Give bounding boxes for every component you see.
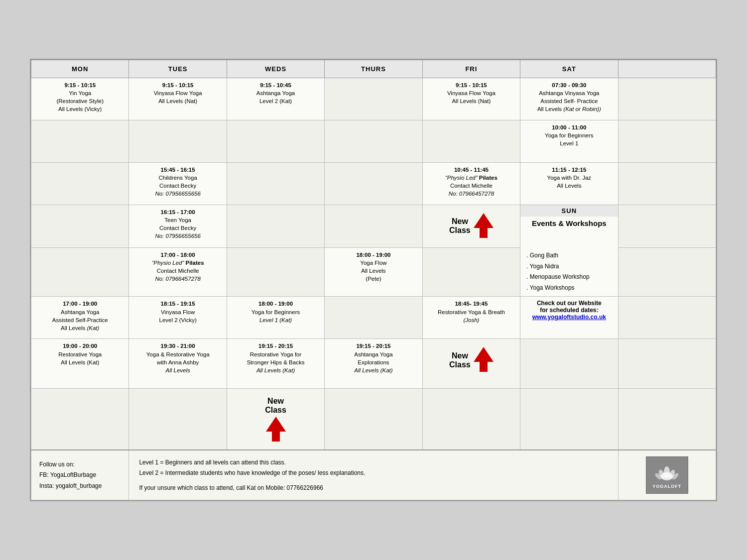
weds-cell-6: 18:00 - 19:00 Yoga for Beginners Level 1… bbox=[227, 297, 324, 339]
tues-cell-4: 16:15 - 17:00 Teen Yoga Contact Becky No… bbox=[129, 205, 227, 247]
fri-cell-8 bbox=[422, 389, 520, 450]
weds-cell-5 bbox=[227, 247, 324, 297]
weds-cell-2 bbox=[227, 120, 324, 162]
mon-cell-6: 17:00 - 19:00 Ashtanga Yoga Assisted Sel… bbox=[31, 297, 129, 339]
sun-cell-5 bbox=[618, 247, 716, 297]
table-row: 15:45 - 16:15 Childrens Yoga Contact Bec… bbox=[31, 162, 716, 205]
weds-new-class-cell: New Class bbox=[227, 389, 324, 450]
mon-cell-7: 19:00 - 20:00 Restorative Yoga All Level… bbox=[31, 339, 129, 389]
sun-cell-3 bbox=[618, 162, 716, 205]
mon-cell-3 bbox=[31, 162, 129, 205]
header-sat: SAT bbox=[520, 60, 618, 78]
sat-cell-3: 11:15 - 12:15 Yoga with Dr. Jaz All Leve… bbox=[520, 162, 618, 205]
arrow-up-icon bbox=[474, 213, 494, 238]
events-workshops-text: Events & Workshops bbox=[524, 219, 614, 228]
fri-cell-1: 9:15 - 10:15 Vinyasa Flow Yoga All Level… bbox=[422, 78, 520, 120]
svg-marker-2 bbox=[266, 417, 286, 442]
weds-cell-1: 9:15 - 10:45 Ashtanga Yoga Level 2 (Kat) bbox=[227, 78, 324, 120]
mon-cell-5 bbox=[31, 247, 129, 297]
mon-cell-1: 9:15 - 10:15 Yin Yoga (Restorative Style… bbox=[31, 78, 129, 120]
sat-cell-6: Check out our Websitefor scheduled dates… bbox=[520, 297, 618, 339]
thurs-cell-4 bbox=[325, 205, 422, 247]
website-link[interactable]: www.yogaloftstudio.co.uk bbox=[532, 314, 606, 321]
tues-cell-1: 9:15 - 10:15 Vinyasa Flow Yoga All Level… bbox=[129, 78, 227, 120]
sun-cell-6 bbox=[618, 297, 716, 339]
svg-marker-0 bbox=[474, 213, 494, 238]
sun-cell-8 bbox=[618, 389, 716, 450]
tues-cell-2 bbox=[129, 120, 227, 162]
footer-notes: Level 1 = Beginners and all levels can a… bbox=[129, 450, 618, 500]
sat-cell-2: 10:00 - 11:00 Yoga for Beginners Level 1 bbox=[520, 120, 618, 162]
fri-cell-2 bbox=[422, 120, 520, 162]
tues-cell-3: 15:45 - 16:15 Childrens Yoga Contact Bec… bbox=[129, 162, 227, 205]
check-website-text: Check out our Websitefor scheduled dates… bbox=[524, 300, 614, 321]
header-tues: TUES bbox=[129, 60, 227, 78]
fri-cell-5 bbox=[422, 247, 520, 297]
table-row: 16:15 - 17:00 Teen Yoga Contact Becky No… bbox=[31, 205, 716, 247]
sat-cell-8 bbox=[520, 389, 618, 450]
header-mon: MON bbox=[31, 60, 129, 78]
arrow-up-icon-3 bbox=[266, 417, 286, 442]
thurs-cell-3 bbox=[325, 162, 422, 205]
mon-cell-4 bbox=[31, 205, 129, 247]
tues-cell-5: 17:00 - 18:00 “Physio Led” Pilates Conta… bbox=[129, 247, 227, 297]
fri-cell-3: 10:45 - 11:45 “Physio Led” Pilates Conta… bbox=[422, 162, 520, 205]
header-row: MON TUES WEDS THURS FRI SAT bbox=[31, 60, 716, 78]
tues-cell-6: 18:15 - 19:15 Vinyasa Flow Level 2 (Vick… bbox=[129, 297, 227, 339]
schedule-container: MON TUES WEDS THURS FRI SAT 9:15 - 10:15… bbox=[30, 59, 717, 502]
header-thurs: THURS bbox=[325, 60, 422, 78]
mon-cell-2 bbox=[31, 120, 129, 162]
sun-cell-7 bbox=[618, 339, 716, 389]
thurs-cell-1 bbox=[325, 78, 422, 120]
fri-new-class-cell-2: New Class bbox=[422, 339, 520, 389]
bullet-list: . Gong Bath . Yoga Nidra . Menopause Wor… bbox=[524, 250, 614, 293]
lotus-icon bbox=[654, 461, 679, 484]
table-row: 9:15 - 10:15 Yin Yoga (Restorative Style… bbox=[31, 78, 716, 120]
table-row: New Class bbox=[31, 389, 716, 450]
tues-cell-8 bbox=[129, 389, 227, 450]
table-row: 10:00 - 11:00 Yoga for Beginners Level 1 bbox=[31, 120, 716, 162]
sun-cell-2 bbox=[618, 120, 716, 162]
table-row: 19:00 - 20:00 Restorative Yoga All Level… bbox=[31, 339, 716, 389]
sat-cell-1: 07:30 - 09:30 Ashtanga Vinyasa Yoga Assi… bbox=[520, 78, 618, 120]
sun-cell-1 bbox=[618, 78, 716, 120]
svg-marker-1 bbox=[474, 347, 494, 372]
sat-cell-5: . Gong Bath . Yoga Nidra . Menopause Wor… bbox=[520, 247, 618, 297]
tues-cell-7: 19:30 - 21:00 Yoga & Restorative Yoga wi… bbox=[129, 339, 227, 389]
thurs-cell-2 bbox=[325, 120, 422, 162]
weds-cell-3 bbox=[227, 162, 324, 205]
header-weds: WEDS bbox=[227, 60, 324, 78]
table-row: 17:00 - 18:00 “Physio Led” Pilates Conta… bbox=[31, 247, 716, 297]
footer-social: Follow us on: FB: YogaLoftBurbage Insta:… bbox=[31, 450, 129, 500]
table-row: 17:00 - 19:00 Ashtanga Yoga Assisted Sel… bbox=[31, 297, 716, 339]
fri-new-class-cell: New Class bbox=[422, 205, 520, 247]
sun-header-label: SUN bbox=[562, 207, 577, 215]
header-sun bbox=[618, 60, 716, 78]
weds-cell-7: 19:15 - 20:15 Restorative Yoga for Stron… bbox=[227, 339, 324, 389]
sat-cell-7 bbox=[520, 339, 618, 389]
thurs-cell-5: 18:00 - 19:00 Yoga Flow All Levels (Pete… bbox=[325, 247, 422, 297]
schedule-table: MON TUES WEDS THURS FRI SAT 9:15 - 10:15… bbox=[31, 60, 716, 501]
sat-cell-4: SUN Events & Workshops bbox=[520, 205, 618, 247]
footer-logo: YOGALOFT bbox=[618, 450, 716, 500]
footer-row: Follow us on: FB: YogaLoftBurbage Insta:… bbox=[31, 450, 716, 500]
fri-cell-6: 18:45- 19:45 Restorative Yoga & Breath (… bbox=[422, 297, 520, 339]
thurs-cell-6 bbox=[325, 297, 422, 339]
header-fri: FRI bbox=[422, 60, 520, 78]
arrow-up-icon-2 bbox=[474, 347, 494, 372]
thurs-cell-8 bbox=[325, 389, 422, 450]
sun-cell-4 bbox=[618, 205, 716, 247]
weds-cell-4 bbox=[227, 205, 324, 247]
thurs-cell-7: 19:15 - 20:15 Ashtanga Yoga Explorations… bbox=[325, 339, 422, 389]
mon-cell-8 bbox=[31, 389, 129, 450]
